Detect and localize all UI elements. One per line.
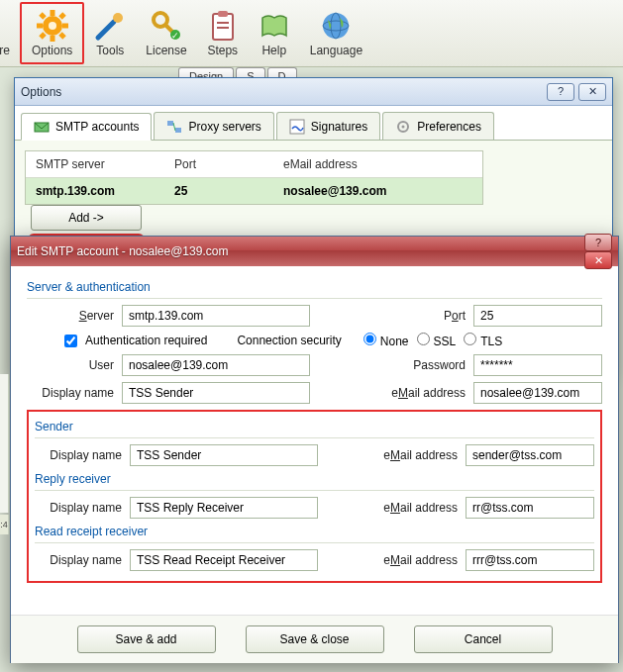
edit-dialog-titlebar: Edit SMTP account - nosalee@139.com ? ✕ bbox=[11, 237, 618, 266]
tab-signatures[interactable]: Signatures bbox=[276, 112, 380, 140]
svg-rect-17 bbox=[218, 11, 228, 17]
tab-preferences[interactable]: Preferences bbox=[382, 112, 494, 140]
reply-email-input[interactable] bbox=[466, 497, 594, 519]
help-button[interactable]: ? bbox=[584, 234, 612, 251]
tab-label: Preferences bbox=[417, 120, 481, 134]
svg-line-10 bbox=[98, 22, 114, 38]
cell-email: nosalee@139.com bbox=[273, 178, 482, 204]
rr-display-name-input[interactable] bbox=[130, 549, 318, 571]
svg-line-8 bbox=[41, 34, 45, 38]
radio-none[interactable]: None bbox=[363, 333, 409, 348]
label-server: Server bbox=[27, 309, 114, 323]
save-add-button[interactable]: Save & add bbox=[77, 625, 216, 653]
clipboard-icon bbox=[207, 10, 239, 42]
radio-ssl[interactable]: SSL bbox=[417, 333, 457, 348]
label-password: Password bbox=[386, 358, 466, 372]
tools-icon bbox=[94, 10, 126, 42]
label-email: eMail address bbox=[378, 553, 458, 567]
close-button[interactable]: ✕ bbox=[578, 83, 606, 101]
store-icon bbox=[0, 10, 10, 42]
add-button[interactable]: Add -> bbox=[31, 205, 142, 231]
side-time-fragment: 0:42 bbox=[0, 515, 9, 534]
toolbar-label: Steps bbox=[207, 44, 238, 57]
toolbar-item-help[interactable]: Help bbox=[249, 2, 300, 64]
label-email: eMail address bbox=[386, 386, 466, 400]
key-icon: ✓ bbox=[151, 10, 182, 42]
globe-icon bbox=[320, 10, 352, 42]
tab-label: Signatures bbox=[311, 120, 367, 134]
section-server-auth: Server & authentication bbox=[27, 280, 602, 294]
edit-dialog-title: Edit SMTP account - nosalee@139.com bbox=[17, 244, 584, 258]
svg-point-29 bbox=[402, 125, 405, 128]
tab-label: Proxy servers bbox=[188, 120, 260, 134]
toolbar-item-license[interactable]: ✓ License bbox=[136, 2, 196, 64]
edit-smtp-dialog: Edit SMTP account - nosalee@139.com ? ✕ … bbox=[10, 236, 619, 663]
svg-point-11 bbox=[113, 13, 123, 23]
svg-line-26 bbox=[173, 123, 175, 131]
toolbar: ore Options Tools ✓ License Steps Help bbox=[0, 0, 623, 67]
cancel-button[interactable]: Cancel bbox=[414, 625, 553, 653]
col-header-port[interactable]: Port bbox=[164, 151, 273, 177]
col-header-email[interactable]: eMail address bbox=[273, 151, 482, 177]
auth-email-input[interactable] bbox=[473, 382, 602, 404]
book-icon bbox=[259, 10, 290, 42]
smtp-icon bbox=[34, 119, 50, 135]
svg-rect-25 bbox=[175, 128, 181, 133]
label-email: eMail address bbox=[378, 448, 458, 462]
smtp-table: SMTP server Port eMail address smtp.139.… bbox=[25, 150, 483, 205]
toolbar-item-options[interactable]: Options bbox=[20, 2, 84, 64]
rr-email-input[interactable] bbox=[466, 549, 594, 571]
toolbar-item-store[interactable]: ore bbox=[0, 2, 20, 64]
svg-line-7 bbox=[60, 34, 64, 38]
toolbar-item-tools[interactable]: Tools bbox=[84, 2, 136, 64]
toolbar-item-steps[interactable]: Steps bbox=[197, 2, 249, 64]
label-display-name: Display name bbox=[35, 448, 122, 462]
svg-text:✓: ✓ bbox=[171, 31, 179, 41]
save-close-button[interactable]: Save & close bbox=[246, 625, 384, 653]
signature-icon bbox=[289, 119, 305, 135]
section-reply: Reply receiver bbox=[35, 472, 594, 486]
toolbar-label: ore bbox=[0, 44, 10, 57]
server-input[interactable] bbox=[122, 305, 310, 327]
toolbar-label: Help bbox=[261, 44, 286, 57]
table-row[interactable]: smtp.139.com 25 nosalee@139.com bbox=[26, 178, 482, 204]
password-input[interactable] bbox=[473, 354, 602, 376]
gear-icon bbox=[37, 10, 68, 42]
tab-label: SMTP accounts bbox=[55, 120, 139, 134]
cell-port: 25 bbox=[164, 178, 273, 204]
help-button[interactable]: ? bbox=[547, 83, 574, 101]
tab-smtp-accounts[interactable]: SMTP accounts bbox=[21, 113, 152, 141]
reply-display-name-input[interactable] bbox=[130, 497, 318, 519]
label-display-name: Display name bbox=[27, 386, 114, 400]
svg-rect-24 bbox=[167, 121, 173, 126]
label-email: eMail address bbox=[378, 501, 458, 515]
user-input[interactable] bbox=[122, 354, 310, 376]
preferences-icon bbox=[395, 119, 411, 135]
toolbar-label: License bbox=[146, 44, 186, 57]
col-header-server[interactable]: SMTP server bbox=[26, 151, 164, 177]
sender-display-name-input[interactable] bbox=[130, 444, 318, 466]
options-titlebar: Options ? ✕ bbox=[15, 78, 612, 106]
tab-proxy-servers[interactable]: Proxy servers bbox=[154, 112, 273, 140]
auth-required-input[interactable] bbox=[64, 335, 77, 347]
options-title: Options bbox=[21, 85, 547, 99]
svg-line-9 bbox=[60, 14, 64, 18]
toolbar-item-language[interactable]: Language bbox=[300, 2, 372, 64]
side-panel-fragment bbox=[0, 374, 9, 513]
toolbar-label: Tools bbox=[96, 44, 124, 57]
section-read-receipt: Read receipt receiver bbox=[35, 525, 594, 538]
label-display-name: Display name bbox=[35, 553, 122, 567]
label-conn-security: Connection security bbox=[237, 334, 341, 347]
radio-tls[interactable]: TLS bbox=[464, 333, 502, 348]
label-user: User bbox=[27, 358, 114, 372]
auth-required-checkbox[interactable]: Authentication required bbox=[64, 334, 207, 347]
proxy-icon bbox=[166, 119, 182, 135]
svg-line-6 bbox=[41, 14, 45, 18]
sender-email-input[interactable] bbox=[466, 444, 594, 466]
section-sender: Sender bbox=[35, 420, 594, 433]
port-input[interactable] bbox=[473, 305, 602, 327]
options-tabstrip: SMTP accounts Proxy servers Signatures P… bbox=[15, 106, 612, 141]
close-button[interactable]: ✕ bbox=[584, 251, 612, 269]
label-display-name: Display name bbox=[35, 501, 122, 515]
auth-display-name-input[interactable] bbox=[122, 382, 310, 404]
